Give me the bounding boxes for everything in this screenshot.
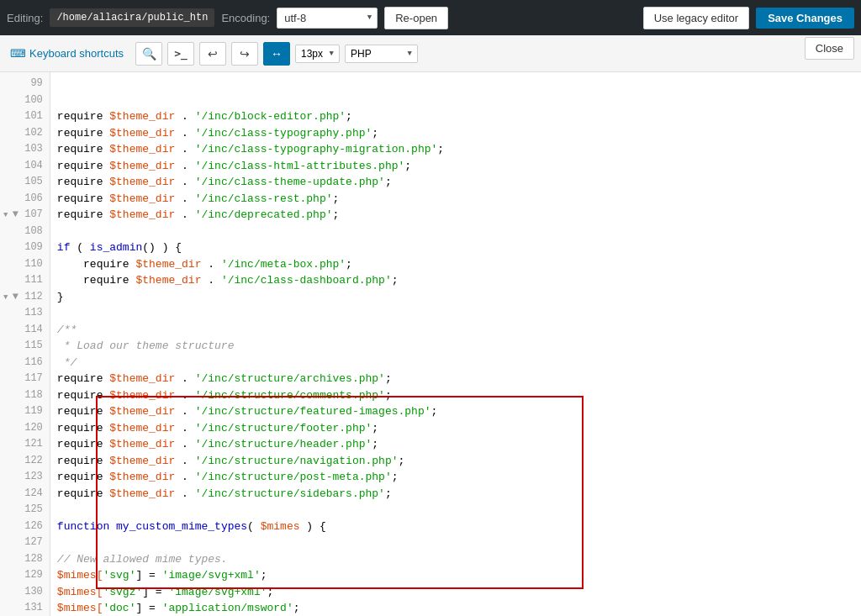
code-line: require $theme_dir . '/inc/structure/sid… — [57, 486, 854, 503]
code-line: function my_custom_mime_types( $mimes ) … — [57, 519, 854, 535]
code-line: require $theme_dir . '/inc/class-typogra… — [57, 141, 854, 158]
line-number: 121 — [3, 436, 43, 453]
line-number: 126 — [3, 519, 43, 535]
language-select-wrapper[interactable]: PHP JavaScript CSS HTML — [345, 45, 418, 63]
editor-wrapper: require $theme_dir . '/inc/block-editor.… — [50, 72, 861, 616]
line-number: 127 — [3, 534, 43, 551]
undo-button[interactable]: ↩ — [199, 42, 226, 66]
line-number: 105 — [3, 174, 43, 191]
line-number: 114 — [3, 322, 43, 339]
redo-icon: ↪ — [240, 47, 250, 61]
reopen-button[interactable]: Re-open — [384, 7, 448, 29]
line-number: 122 — [3, 453, 43, 470]
line-number: 108 — [3, 224, 43, 240]
terminal-icon: >_ — [174, 47, 188, 60]
code-line: require $theme_dir . '/inc/class-rest.ph… — [57, 191, 854, 208]
line-number: 125 — [3, 502, 43, 519]
line-number: 120 — [3, 420, 43, 437]
line-number: 104 — [3, 158, 43, 175]
line-number: 99 — [3, 76, 43, 92]
line-numbers: 99100101102103104105106▼ 107108109110111… — [0, 72, 50, 616]
code-line: if ( is_admin() ) { — [57, 240, 854, 256]
line-number: 124 — [3, 486, 43, 503]
encoding-select-wrapper[interactable]: utf-8 utf-16 iso-8859-1 — [277, 8, 378, 29]
wrap-button[interactable]: ↔ — [263, 42, 290, 66]
code-line: require $theme_dir . '/inc/class-html-at… — [57, 158, 854, 175]
search-icon: 🔍 — [142, 47, 156, 61]
fontsize-select[interactable]: 13px 11px 12px 14px 16px — [295, 45, 340, 63]
code-line: $mimes['svgz'] = 'image/svg+xml'; — [57, 584, 854, 601]
line-number: 115 — [3, 338, 43, 355]
code-line — [57, 305, 854, 322]
undo-icon: ↩ — [208, 47, 218, 61]
line-number: 119 — [3, 403, 43, 420]
code-line: require $theme_dir . '/inc/structure/fea… — [57, 403, 854, 420]
search-button[interactable]: 🔍 — [135, 42, 162, 66]
code-line: require $theme_dir . '/inc/structure/pos… — [57, 469, 854, 486]
terminal-button[interactable]: >_ — [167, 42, 194, 66]
line-number: 117 — [3, 371, 43, 387]
code-line: require $theme_dir . '/inc/structure/arc… — [57, 371, 854, 387]
fontsize-select-wrapper[interactable]: 13px 11px 12px 14px 16px — [295, 45, 340, 63]
code-line: require $theme_dir . '/inc/block-editor.… — [57, 108, 854, 125]
keyboard-icon: ⌨ — [10, 47, 26, 60]
encoding-select[interactable]: utf-8 utf-16 iso-8859-1 — [277, 8, 378, 29]
line-number: 110 — [3, 256, 43, 273]
line-number: 109 — [3, 240, 43, 256]
line-number: 101 — [3, 108, 43, 125]
editor-toolbar: ⌨ Keyboard shortcuts 🔍 >_ ↩ ↪ ↔ 13px 11p… — [0, 35, 861, 72]
line-number: ▼ 112 — [3, 289, 43, 306]
line-number: 111 — [3, 272, 43, 289]
code-content[interactable]: require $theme_dir . '/inc/block-editor.… — [50, 72, 861, 616]
keyboard-shortcuts-link[interactable]: ⌨ Keyboard shortcuts — [10, 47, 124, 60]
code-line: require $theme_dir . '/inc/structure/nav… — [57, 453, 854, 470]
code-line: require $theme_dir . '/inc/structure/hea… — [57, 436, 854, 453]
line-number: 118 — [3, 387, 43, 404]
line-number: 113 — [3, 305, 43, 322]
code-line — [57, 534, 854, 551]
language-select[interactable]: PHP JavaScript CSS HTML — [345, 45, 418, 63]
code-line: require $theme_dir . '/inc/deprecated.ph… — [57, 207, 854, 224]
editor-area: 99100101102103104105106▼ 107108109110111… — [0, 72, 861, 616]
line-number: 123 — [3, 469, 43, 486]
code-line: /** — [57, 322, 854, 339]
code-line: $mimes['svg'] = 'image/svg+xml'; — [57, 567, 854, 584]
code-line: */ — [57, 355, 854, 371]
code-line: $mimes['doc'] = 'application/msword'; — [57, 600, 854, 616]
code-line: * Load our theme structure — [57, 338, 854, 355]
code-line — [57, 224, 854, 240]
code-line: require $theme_dir . '/inc/class-dashboa… — [57, 272, 854, 289]
code-line: require $theme_dir . '/inc/meta-box.php'… — [57, 256, 854, 273]
line-number: 129 — [3, 567, 43, 584]
filepath-display: /home/allacira/public_htn — [50, 8, 214, 27]
line-number: 103 — [3, 141, 43, 158]
code-line: require $theme_dir . '/inc/class-theme-u… — [57, 174, 854, 191]
code-line: require $theme_dir . '/inc/structure/com… — [57, 387, 854, 404]
line-number: 131 — [3, 600, 43, 616]
line-number: 116 — [3, 355, 43, 371]
line-number: 128 — [3, 551, 43, 568]
legacy-editor-button[interactable]: Use legacy editor — [643, 7, 749, 29]
close-button[interactable]: Close — [805, 37, 854, 60]
editing-label: Editing: — [7, 12, 43, 24]
line-number: ▼ 107 — [3, 207, 43, 224]
encoding-label: Encoding: — [221, 12, 270, 24]
code-line — [57, 502, 854, 519]
code-line: require $theme_dir . '/inc/class-typogra… — [57, 125, 854, 142]
save-changes-button[interactable]: Save Changes — [756, 8, 854, 29]
code-line: require $theme_dir . '/inc/structure/foo… — [57, 420, 854, 437]
line-number: 102 — [3, 125, 43, 142]
line-number: 100 — [3, 92, 43, 109]
redo-button[interactable]: ↪ — [231, 42, 258, 66]
code-line: // New allowed mime types. — [57, 551, 854, 568]
wrap-icon: ↔ — [271, 47, 283, 61]
code-line: } — [57, 289, 854, 306]
line-number: 106 — [3, 191, 43, 208]
top-bar: Editing: /home/allacira/public_htn Encod… — [0, 0, 861, 35]
line-number: 130 — [3, 584, 43, 601]
